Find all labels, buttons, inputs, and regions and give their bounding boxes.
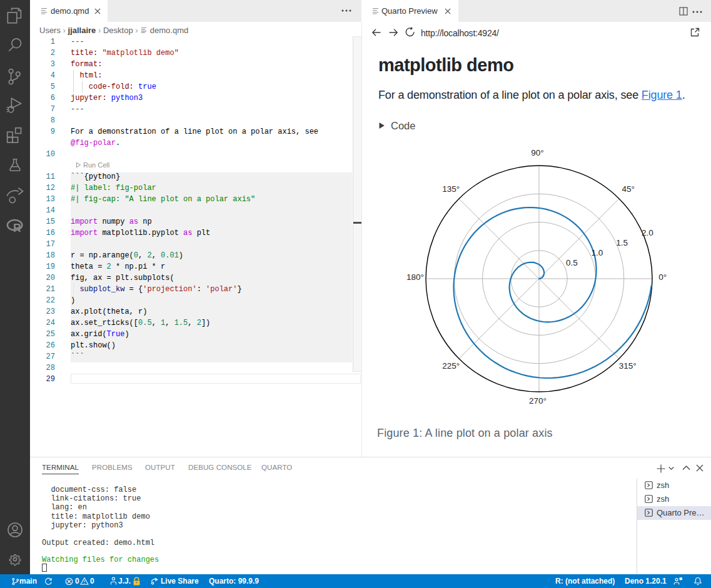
svg-text:1.5: 1.5 xyxy=(616,238,628,247)
svg-text:0.5: 0.5 xyxy=(566,258,578,267)
svg-text:270°: 270° xyxy=(529,396,547,406)
svg-text:0°: 0° xyxy=(658,272,667,282)
svg-text:315°: 315° xyxy=(619,361,637,371)
svg-text:1.0: 1.0 xyxy=(592,248,603,257)
svg-text:2.0: 2.0 xyxy=(642,228,653,237)
svg-text:135°: 135° xyxy=(442,184,460,194)
svg-text:R: R xyxy=(13,222,21,234)
svg-text:180°: 180° xyxy=(406,272,424,282)
svg-text:90°: 90° xyxy=(531,148,543,157)
svg-text:45°: 45° xyxy=(622,184,634,194)
svg-text:225°: 225° xyxy=(442,361,460,371)
